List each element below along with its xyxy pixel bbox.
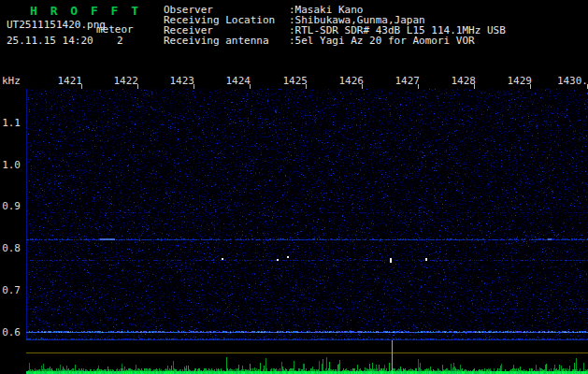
x-tick-label: 1422 [105,75,138,87]
info-label-antenna: Receiving antenna [164,35,269,47]
x-tick-label: 1428 [442,75,476,87]
x-tick-label: 1425 [274,75,308,87]
timestamp: 25.11.15 14:20 [7,35,93,47]
x-tick-label: 1426 [330,75,364,87]
x-tick-label: 1421 [49,75,82,87]
y-tick-label: 0.6 [2,326,21,338]
x-tick-label: 1429 [498,75,532,87]
x-tick-label: 1430. [554,75,588,87]
x-tick-label: 1424 [217,75,251,87]
station-id: meteor [96,23,134,36]
x-tick-label: 1427 [386,75,420,87]
y-tick-label: 1.1 [2,117,21,129]
y-axis-unit: kHz [2,75,21,87]
app-logo: H R O F F T [30,4,141,18]
signal-level-strip [0,340,588,374]
y-tick-label: 0.8 [2,242,21,254]
x-tick-label: 1423 [161,75,194,87]
y-tick-label: 0.7 [2,284,21,296]
y-tick-label: 1.0 [2,159,21,171]
info-value-antenna: :5el Yagi Az 20 for Aomori VOR [289,35,475,47]
spectrogram-canvas [26,89,588,340]
echo-count: 2 [117,35,123,47]
y-tick-label: 0.9 [2,200,21,212]
output-filename: UT2511151420.png [7,19,106,31]
